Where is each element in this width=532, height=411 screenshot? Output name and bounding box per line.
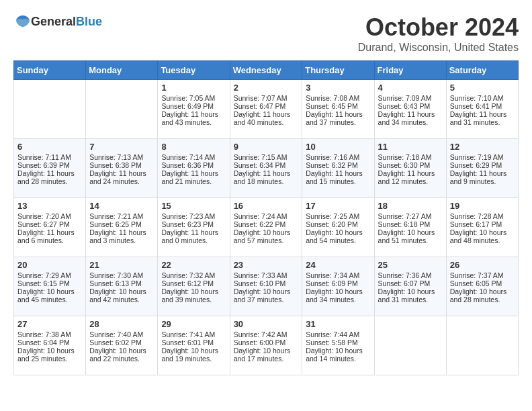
sunset-text: Sunset: 6:49 PM: [161, 102, 226, 110]
sunset-text: Sunset: 6:15 PM: [17, 279, 82, 287]
sunset-text: Sunset: 5:58 PM: [306, 338, 370, 347]
day-number: 12: [450, 142, 515, 152]
day-number: 9: [234, 142, 299, 152]
logo-icon: [15, 13, 31, 30]
table-row: 29Sunrise: 7:41 AMSunset: 6:01 PMDayligh…: [158, 316, 230, 375]
sunrise-text: Sunrise: 7:14 AM: [161, 153, 226, 161]
sunrise-text: Sunrise: 7:13 AM: [89, 153, 154, 161]
sunrise-text: Sunrise: 7:07 AM: [234, 94, 299, 102]
sunrise-text: Sunrise: 7:34 AM: [306, 271, 370, 279]
table-row: 12Sunrise: 7:19 AMSunset: 6:29 PMDayligh…: [446, 139, 518, 198]
day-number: 10: [306, 142, 370, 152]
day-number: 20: [17, 260, 82, 270]
table-row: 11Sunrise: 7:18 AMSunset: 6:30 PMDayligh…: [374, 139, 446, 198]
day-number: 7: [89, 142, 154, 152]
sunset-text: Sunset: 6:05 PM: [450, 279, 515, 287]
table-row: [374, 316, 446, 375]
daylight-text: Daylight: 10 hours and 45 minutes.: [17, 287, 82, 304]
day-number: 30: [234, 319, 299, 329]
logo-blue: Blue: [76, 15, 102, 28]
col-saturday: Saturday: [446, 61, 518, 80]
sunset-text: Sunset: 6:02 PM: [89, 338, 154, 347]
daylight-text: Daylight: 10 hours and 31 minutes.: [378, 287, 443, 304]
table-row: 6Sunrise: 7:11 AMSunset: 6:39 PMDaylight…: [14, 139, 86, 198]
calendar-title: October 2024: [358, 13, 519, 42]
sunrise-text: Sunrise: 7:16 AM: [306, 153, 370, 161]
sunrise-text: Sunrise: 7:30 AM: [89, 271, 154, 279]
table-row: 17Sunrise: 7:25 AMSunset: 6:20 PMDayligh…: [302, 198, 374, 257]
daylight-text: Daylight: 10 hours and 28 minutes.: [450, 287, 515, 304]
day-number: 15: [161, 201, 226, 211]
daylight-text: Daylight: 10 hours and 34 minutes.: [306, 287, 370, 304]
sunrise-text: Sunrise: 7:11 AM: [17, 153, 82, 161]
sunset-text: Sunset: 6:32 PM: [306, 161, 370, 169]
sunset-text: Sunset: 6:01 PM: [161, 338, 226, 347]
col-sunday: Sunday: [14, 61, 86, 80]
day-number: 17: [306, 201, 370, 211]
day-number: 2: [234, 83, 299, 93]
day-number: 11: [378, 142, 443, 152]
day-number: 8: [161, 142, 226, 152]
sunset-text: Sunset: 6:30 PM: [378, 161, 443, 169]
col-wednesday: Wednesday: [230, 61, 302, 80]
day-number: 16: [234, 201, 299, 211]
daylight-text: Daylight: 11 hours and 34 minutes.: [378, 110, 443, 126]
sunrise-text: Sunrise: 7:23 AM: [161, 212, 226, 220]
table-row: 26Sunrise: 7:37 AMSunset: 6:05 PMDayligh…: [446, 257, 518, 316]
sunset-text: Sunset: 6:13 PM: [89, 279, 154, 287]
sunrise-text: Sunrise: 7:09 AM: [378, 94, 443, 102]
day-number: 1: [161, 83, 226, 93]
table-row: 5Sunrise: 7:10 AMSunset: 6:41 PMDaylight…: [446, 80, 518, 139]
day-number: 22: [161, 260, 226, 270]
table-row: 18Sunrise: 7:27 AMSunset: 6:18 PMDayligh…: [374, 198, 446, 257]
sunrise-text: Sunrise: 7:10 AM: [450, 94, 515, 102]
daylight-text: Daylight: 11 hours and 15 minutes.: [306, 169, 370, 185]
sunset-text: Sunset: 6:10 PM: [234, 279, 299, 287]
table-row: 28Sunrise: 7:40 AMSunset: 6:02 PMDayligh…: [86, 316, 158, 375]
daylight-text: Daylight: 10 hours and 39 minutes.: [161, 287, 226, 304]
table-row: 13Sunrise: 7:20 AMSunset: 6:27 PMDayligh…: [14, 198, 86, 257]
day-number: 28: [89, 319, 154, 329]
daylight-text: Daylight: 11 hours and 3 minutes.: [89, 228, 154, 244]
sunset-text: Sunset: 6:17 PM: [450, 220, 515, 228]
table-row: 16Sunrise: 7:24 AMSunset: 6:22 PMDayligh…: [230, 198, 302, 257]
table-row: 22Sunrise: 7:32 AMSunset: 6:12 PMDayligh…: [158, 257, 230, 316]
sunset-text: Sunset: 6:45 PM: [306, 102, 370, 110]
daylight-text: Daylight: 11 hours and 9 minutes.: [450, 169, 515, 185]
sunrise-text: Sunrise: 7:19 AM: [450, 153, 515, 161]
sunrise-text: Sunrise: 7:32 AM: [161, 271, 226, 279]
sunset-text: Sunset: 6:29 PM: [450, 161, 515, 169]
daylight-text: Daylight: 11 hours and 12 minutes.: [378, 169, 443, 185]
sunrise-text: Sunrise: 7:15 AM: [234, 153, 299, 161]
table-row: 1Sunrise: 7:05 AMSunset: 6:49 PMDaylight…: [158, 80, 230, 139]
daylight-text: Daylight: 10 hours and 37 minutes.: [234, 287, 299, 304]
sunrise-text: Sunrise: 7:29 AM: [17, 271, 82, 279]
calendar-location: Durand, Wisconsin, United States: [358, 42, 519, 54]
daylight-text: Daylight: 11 hours and 37 minutes.: [306, 110, 370, 126]
sunrise-text: Sunrise: 7:08 AM: [306, 94, 370, 102]
table-row: 7Sunrise: 7:13 AMSunset: 6:38 PMDaylight…: [86, 139, 158, 198]
day-number: 25: [378, 260, 443, 270]
table-row: 23Sunrise: 7:33 AMSunset: 6:10 PMDayligh…: [230, 257, 302, 316]
daylight-text: Daylight: 10 hours and 54 minutes.: [306, 228, 370, 244]
daylight-text: Daylight: 10 hours and 17 minutes.: [234, 347, 299, 363]
table-row: 9Sunrise: 7:15 AMSunset: 6:34 PMDaylight…: [230, 139, 302, 198]
calendar-week-row: 13Sunrise: 7:20 AMSunset: 6:27 PMDayligh…: [14, 198, 519, 257]
sunset-text: Sunset: 6:18 PM: [378, 220, 443, 228]
table-row: 15Sunrise: 7:23 AMSunset: 6:23 PMDayligh…: [158, 198, 230, 257]
sunrise-text: Sunrise: 7:37 AM: [450, 271, 515, 279]
day-number: 31: [306, 319, 370, 329]
day-number: 4: [378, 83, 443, 93]
col-thursday: Thursday: [302, 61, 374, 80]
daylight-text: Daylight: 11 hours and 18 minutes.: [234, 169, 299, 185]
sunset-text: Sunset: 6:23 PM: [161, 220, 226, 228]
daylight-text: Daylight: 10 hours and 14 minutes.: [306, 347, 370, 363]
table-row: 10Sunrise: 7:16 AMSunset: 6:32 PMDayligh…: [302, 139, 374, 198]
table-row: 24Sunrise: 7:34 AMSunset: 6:09 PMDayligh…: [302, 257, 374, 316]
day-number: 23: [234, 260, 299, 270]
sunset-text: Sunset: 6:20 PM: [306, 220, 370, 228]
daylight-text: Daylight: 11 hours and 28 minutes.: [17, 169, 82, 185]
calendar-week-row: 27Sunrise: 7:38 AMSunset: 6:04 PMDayligh…: [14, 316, 519, 375]
table-row: 3Sunrise: 7:08 AMSunset: 6:45 PMDaylight…: [302, 80, 374, 139]
day-number: 24: [306, 260, 370, 270]
